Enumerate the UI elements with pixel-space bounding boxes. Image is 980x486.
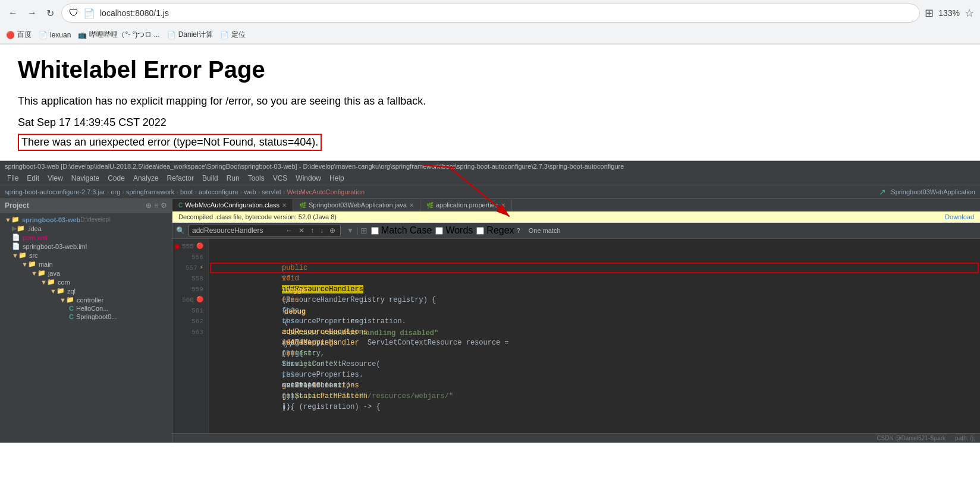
folder-expand-icon: ▶: [12, 225, 17, 232]
breadcrumb-right-nav[interactable]: Springboot03WebApplication: [891, 188, 975, 195]
menu-code[interactable]: Code: [104, 173, 128, 184]
bookmark-location[interactable]: 📄 定位: [220, 30, 246, 40]
find-up-button[interactable]: ↑: [309, 226, 316, 235]
menu-help[interactable]: Help: [326, 173, 348, 184]
breadcrumb-org[interactable]: org: [111, 188, 120, 195]
line-562: 562: [172, 316, 208, 327]
tree-main[interactable]: ▼ 📁 main: [0, 260, 172, 269]
iml-label: springboot-03-web.iml: [23, 243, 87, 250]
breadcrumb-web[interactable]: web: [244, 188, 256, 195]
line-563: 563: [172, 327, 208, 337]
breakpoint-dot: 🔴: [196, 241, 203, 252]
tab-application-props[interactable]: 🌿 application.properties ✕: [420, 199, 512, 211]
tree-src[interactable]: ▼ 📁 src: [0, 251, 172, 260]
bookmark-baidu[interactable]: 🔴 百度: [6, 30, 32, 40]
bookmark-label: 百度: [17, 30, 32, 40]
iml-icon: 📄: [12, 242, 20, 250]
breadcrumb-boot[interactable]: boot: [180, 188, 193, 195]
breadcrumb-servlet[interactable]: servlet: [262, 188, 281, 195]
tree-springboot0[interactable]: C Springboot0...: [0, 313, 172, 321]
bookmark-bilibili[interactable]: 📺 哔哩哔哩（°- °)つロ ...: [78, 30, 159, 40]
controller-expand-icon: ▼: [59, 296, 66, 304]
find-prev-button[interactable]: ←: [284, 226, 294, 235]
tree-zql[interactable]: ▼ 📁 zql: [0, 286, 172, 295]
code-line-557: logger . debug ( "Default resource handl…: [210, 263, 979, 273]
browser-actions: ⊞ 133% ☆: [925, 7, 974, 20]
download-link[interactable]: Download: [945, 213, 974, 220]
back-button[interactable]: ←: [6, 5, 20, 21]
controller-label: controller: [77, 296, 103, 304]
star-icon[interactable]: ☆: [965, 7, 974, 20]
breadcrumb-autoconfigure[interactable]: autoconfigure: [199, 188, 238, 195]
menu-run[interactable]: Run: [223, 173, 243, 184]
forward-button[interactable]: →: [25, 5, 39, 21]
reload-button[interactable]: ↻: [44, 5, 56, 21]
menu-view[interactable]: View: [44, 173, 67, 184]
menu-file[interactable]: File: [4, 173, 22, 184]
tree-iml[interactable]: 📄 springboot-03-web.iml: [0, 242, 172, 251]
menu-edit[interactable]: Edit: [23, 173, 43, 184]
menu-build[interactable]: Build: [199, 173, 222, 184]
find-close-button[interactable]: ✕: [297, 226, 306, 235]
bookmark-lexuan[interactable]: 📄 lexuan: [39, 31, 71, 39]
regex-label: Regex: [486, 225, 514, 236]
tree-root[interactable]: ▼ 📁 springboot-03-web D:\develop\: [0, 215, 172, 224]
marker-555: [175, 244, 180, 249]
breadcrumb-springframework[interactable]: springframework: [126, 188, 174, 195]
tree-com[interactable]: ▼ 📁 com: [0, 277, 172, 286]
java-folder-icon: 📁: [37, 269, 46, 277]
ide-sidebar: 1: Project 2: Favorites Project ⊕ ≡ ⚙ ▼: [0, 199, 172, 443]
menu-navigate[interactable]: Navigate: [68, 173, 103, 184]
menu-vcs[interactable]: VCS: [269, 173, 291, 184]
editor-tabs: C WebMvcAutoConfiguration.class ✕ 🌿 Spri…: [172, 199, 980, 212]
qr-icon[interactable]: ⊞: [925, 7, 934, 20]
navigate-icon[interactable]: ↗: [879, 187, 886, 197]
tree-hellocon[interactable]: C HelloCon...: [0, 304, 172, 313]
tree-java[interactable]: ▼ 📁 java: [0, 269, 172, 277]
springboot0-icon: C: [69, 313, 74, 320]
tab-webmvc[interactable]: C WebMvcAutoConfiguration.class ✕: [172, 199, 293, 211]
regex-checkbox[interactable]: [476, 227, 484, 235]
menu-tools[interactable]: Tools: [244, 173, 268, 184]
main-expand-icon: ▼: [21, 261, 28, 268]
tree-controller[interactable]: ▼ 📁 controller: [0, 295, 172, 304]
settings-button[interactable]: ⚙: [161, 201, 167, 210]
file-tree: ▼ 📁 springboot-03-web D:\develop\ ▶ 📁 .i…: [0, 213, 172, 443]
root-label: springboot-03-web: [22, 216, 80, 223]
sidebar-title: Project: [5, 201, 29, 210]
tab-java-icon: 🌿: [299, 202, 306, 209]
daniel-icon: 📄: [167, 31, 176, 39]
tab-close-webmvc[interactable]: ✕: [282, 202, 287, 209]
find-search-button[interactable]: ⊕: [328, 226, 337, 235]
menu-refactor[interactable]: Refactor: [164, 173, 197, 184]
words-checkbox[interactable]: [435, 227, 443, 235]
menu-window[interactable]: Window: [292, 173, 325, 184]
springboot0-label: Springboot0...: [76, 313, 117, 320]
tree-idea[interactable]: ▶ 📁 .idea: [0, 224, 172, 233]
tab-close-springboot[interactable]: ✕: [409, 202, 414, 209]
tab-class-icon: C: [178, 202, 183, 209]
browser-content: Whitelabel Error Page This application h…: [0, 45, 980, 443]
tab-springboot-app[interactable]: 🌿 Springboot03WebApplication.java ✕: [293, 199, 420, 211]
find-down-button[interactable]: ↓: [318, 226, 325, 235]
breadcrumb-jar[interactable]: spring-boot-autoconfigure-2.7.3.jar: [5, 188, 105, 195]
baidu-icon: 🔴: [6, 31, 15, 39]
find-input[interactable]: [192, 226, 281, 235]
tab-prop-icon: 🌿: [426, 202, 434, 209]
match-case-checkbox[interactable]: [371, 227, 379, 235]
src-label: src: [29, 252, 38, 259]
java-label: java: [48, 270, 60, 277]
breadcrumb-class[interactable]: WebMvcAutoConfiguration: [287, 188, 365, 195]
error-description: This application has no explicit mapping…: [18, 95, 962, 108]
code-line-555: public void addResourceHandlers (Resourc…: [209, 241, 980, 252]
code-editor: 555 🔴 556 557 ⚡ 558 559 560: [172, 239, 980, 433]
menu-analyze[interactable]: Analyze: [130, 173, 162, 184]
bookmark-daniel[interactable]: 📄 Daniel计算: [167, 30, 213, 40]
tree-pom[interactable]: 📄 pom.xml: [0, 233, 172, 242]
collapse-button[interactable]: ≡: [154, 201, 158, 210]
add-button[interactable]: ⊕: [146, 201, 152, 210]
tab-close-props[interactable]: ✕: [501, 202, 505, 209]
ide-wrapper: springboot-03-web [D:\develop\idealU-201…: [0, 161, 980, 443]
address-bar[interactable]: 🛡 📄 localhost:8080/1.js: [61, 4, 920, 23]
error-timestamp: Sat Sep 17 14:39:45 CST 2022: [18, 116, 962, 129]
